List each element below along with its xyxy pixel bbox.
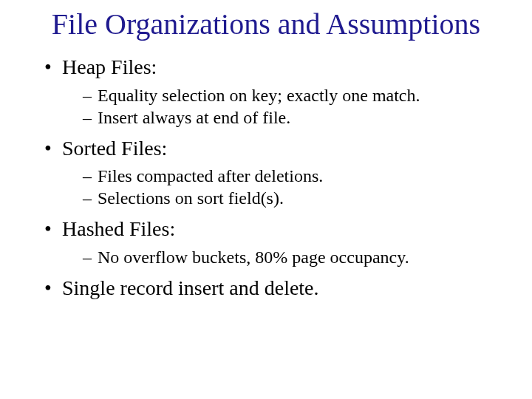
sub-item: No overflow buckets, 80% page occupancy. <box>83 246 502 268</box>
bullet-label: Single record insert and delete. <box>62 276 319 299</box>
sub-item: Insert always at end of file. <box>83 106 502 129</box>
bullet-heap-files: Heap Files: Equality selection on key; e… <box>44 55 502 129</box>
bullet-sorted-files: Sorted Files: Files compacted after dele… <box>44 136 502 210</box>
sub-item: Files compacted after deletions. <box>83 165 502 187</box>
slide-title: File Organizations and Assumptions <box>30 7 502 41</box>
bullet-single-record: Single record insert and delete. <box>44 276 502 301</box>
bullet-hashed-files: Hashed Files: No overflow buckets, 80% p… <box>44 216 502 268</box>
bullet-label: Heap Files: <box>62 55 157 78</box>
sub-list: No overflow buckets, 80% page occupancy. <box>62 246 502 268</box>
bullet-label: Sorted Files: <box>62 137 167 160</box>
sub-list: Equality selection on key; exactly one m… <box>62 84 502 129</box>
bullet-label: Hashed Files: <box>62 217 175 240</box>
main-bullet-list: Heap Files: Equality selection on key; e… <box>30 55 502 300</box>
sub-item: Equality selection on key; exactly one m… <box>83 84 502 106</box>
sub-list: Files compacted after deletions. Selecti… <box>62 165 502 209</box>
sub-item: Selections on sort field(s). <box>83 187 502 209</box>
